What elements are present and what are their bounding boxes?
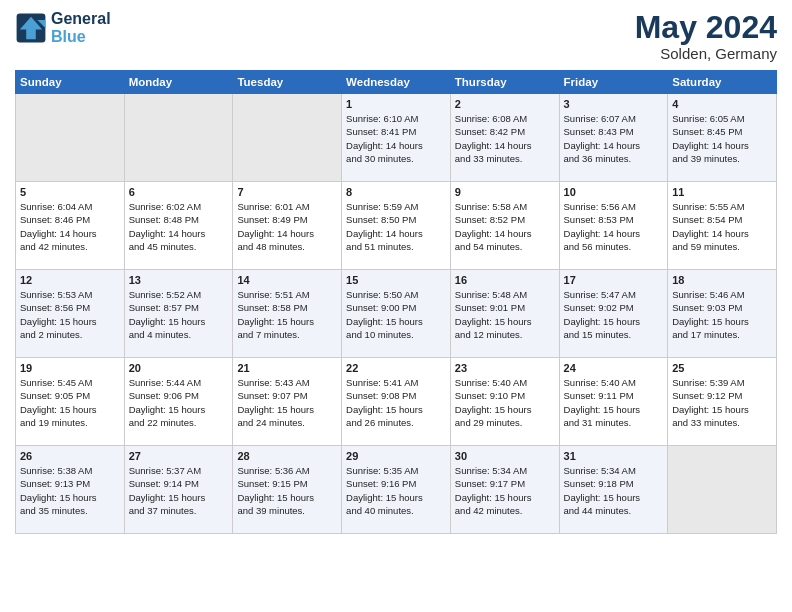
day-number: 17 [564,274,664,286]
logo-icon [15,12,47,44]
cell-text-line: and 24 minutes. [237,416,337,429]
calendar-cell: 3Sunrise: 6:07 AMSunset: 8:43 PMDaylight… [559,94,668,182]
cell-text-line: Daylight: 14 hours [346,139,446,152]
cell-text-line: Sunrise: 5:51 AM [237,288,337,301]
calendar-cell: 7Sunrise: 6:01 AMSunset: 8:49 PMDaylight… [233,182,342,270]
logo-line1: General [51,10,111,27]
calendar-cell: 13Sunrise: 5:52 AMSunset: 8:57 PMDayligh… [124,270,233,358]
weekday-header: Friday [559,71,668,94]
weekday-header: Sunday [16,71,125,94]
cell-text-line: Daylight: 15 hours [129,403,229,416]
calendar-row: 12Sunrise: 5:53 AMSunset: 8:56 PMDayligh… [16,270,777,358]
cell-text-line: Daylight: 15 hours [564,403,664,416]
cell-text-line: Sunrise: 5:52 AM [129,288,229,301]
cell-text-line: Daylight: 15 hours [564,315,664,328]
day-number: 2 [455,98,555,110]
cell-text-line: Sunset: 9:16 PM [346,477,446,490]
weekday-header: Tuesday [233,71,342,94]
cell-text-line: Sunset: 9:15 PM [237,477,337,490]
cell-text-line: Daylight: 15 hours [237,315,337,328]
cell-text-line: Sunset: 8:48 PM [129,213,229,226]
cell-text-line: and 45 minutes. [129,240,229,253]
day-number: 8 [346,186,446,198]
cell-text-line: Sunset: 8:49 PM [237,213,337,226]
cell-text-line: Sunset: 9:14 PM [129,477,229,490]
cell-text-line: and 39 minutes. [237,504,337,517]
cell-text-line: Sunset: 9:10 PM [455,389,555,402]
cell-text-line: Sunset: 8:57 PM [129,301,229,314]
calendar-cell: 2Sunrise: 6:08 AMSunset: 8:42 PMDaylight… [450,94,559,182]
title-block: May 2024 Solden, Germany [635,10,777,62]
cell-text-line: Sunset: 9:08 PM [346,389,446,402]
cell-text-line: and 35 minutes. [20,504,120,517]
calendar-cell: 1Sunrise: 6:10 AMSunset: 8:41 PMDaylight… [342,94,451,182]
cell-text-line: and 29 minutes. [455,416,555,429]
cell-text-line: Daylight: 15 hours [20,403,120,416]
cell-text-line: Sunrise: 5:34 AM [455,464,555,477]
calendar-cell: 28Sunrise: 5:36 AMSunset: 9:15 PMDayligh… [233,446,342,534]
cell-text-line: Sunrise: 5:36 AM [237,464,337,477]
cell-text-line: Sunset: 8:54 PM [672,213,772,226]
cell-text-line: Sunset: 8:42 PM [455,125,555,138]
cell-text-line: Sunrise: 5:39 AM [672,376,772,389]
cell-text-line: and 48 minutes. [237,240,337,253]
day-number: 9 [455,186,555,198]
cell-text-line: and 17 minutes. [672,328,772,341]
cell-text-line: Sunrise: 5:53 AM [20,288,120,301]
calendar-cell: 22Sunrise: 5:41 AMSunset: 9:08 PMDayligh… [342,358,451,446]
cell-text-line: Daylight: 15 hours [672,403,772,416]
day-number: 20 [129,362,229,374]
cell-text-line: and 4 minutes. [129,328,229,341]
calendar-cell: 9Sunrise: 5:58 AMSunset: 8:52 PMDaylight… [450,182,559,270]
cell-text-line: Sunset: 8:56 PM [20,301,120,314]
day-number: 23 [455,362,555,374]
cell-text-line: Sunset: 9:07 PM [237,389,337,402]
cell-text-line: and 31 minutes. [564,416,664,429]
cell-text-line: Sunrise: 5:38 AM [20,464,120,477]
day-number: 10 [564,186,664,198]
calendar-cell: 31Sunrise: 5:34 AMSunset: 9:18 PMDayligh… [559,446,668,534]
calendar-cell: 20Sunrise: 5:44 AMSunset: 9:06 PMDayligh… [124,358,233,446]
weekday-header-row: SundayMondayTuesdayWednesdayThursdayFrid… [16,71,777,94]
cell-text-line: Daylight: 14 hours [237,227,337,240]
cell-text-line: and 37 minutes. [129,504,229,517]
cell-text-line: Daylight: 14 hours [564,139,664,152]
cell-text-line: Daylight: 15 hours [346,315,446,328]
calendar-page: General Blue May 2024 Solden, Germany Su… [0,0,792,544]
calendar-cell: 21Sunrise: 5:43 AMSunset: 9:07 PMDayligh… [233,358,342,446]
cell-text-line: Sunset: 9:05 PM [20,389,120,402]
calendar-cell: 14Sunrise: 5:51 AMSunset: 8:58 PMDayligh… [233,270,342,358]
logo-text: General Blue [51,10,111,45]
cell-text-line: and 19 minutes. [20,416,120,429]
day-number: 14 [237,274,337,286]
cell-text-line: Sunrise: 5:46 AM [672,288,772,301]
cell-text-line: Sunrise: 6:05 AM [672,112,772,125]
cell-text-line: Sunset: 9:12 PM [672,389,772,402]
cell-text-line: Sunrise: 6:04 AM [20,200,120,213]
day-number: 27 [129,450,229,462]
cell-text-line: Sunset: 8:41 PM [346,125,446,138]
cell-text-line: and 44 minutes. [564,504,664,517]
calendar-cell [668,446,777,534]
cell-text-line: Daylight: 15 hours [564,491,664,504]
calendar-cell: 4Sunrise: 6:05 AMSunset: 8:45 PMDaylight… [668,94,777,182]
day-number: 25 [672,362,772,374]
calendar-cell: 11Sunrise: 5:55 AMSunset: 8:54 PMDayligh… [668,182,777,270]
cell-text-line: and 40 minutes. [346,504,446,517]
cell-text-line: Sunrise: 6:02 AM [129,200,229,213]
cell-text-line: Sunrise: 5:55 AM [672,200,772,213]
cell-text-line: Sunrise: 5:45 AM [20,376,120,389]
day-number: 18 [672,274,772,286]
header: General Blue May 2024 Solden, Germany [15,10,777,62]
cell-text-line: Sunset: 8:53 PM [564,213,664,226]
calendar-cell: 16Sunrise: 5:48 AMSunset: 9:01 PMDayligh… [450,270,559,358]
cell-text-line: Daylight: 14 hours [455,139,555,152]
calendar-cell: 5Sunrise: 6:04 AMSunset: 8:46 PMDaylight… [16,182,125,270]
cell-text-line: Sunrise: 5:56 AM [564,200,664,213]
cell-text-line: Sunset: 9:13 PM [20,477,120,490]
cell-text-line: and 59 minutes. [672,240,772,253]
cell-text-line: Daylight: 14 hours [672,139,772,152]
logo-line2: Blue [51,28,86,45]
day-number: 21 [237,362,337,374]
cell-text-line: Daylight: 15 hours [346,491,446,504]
